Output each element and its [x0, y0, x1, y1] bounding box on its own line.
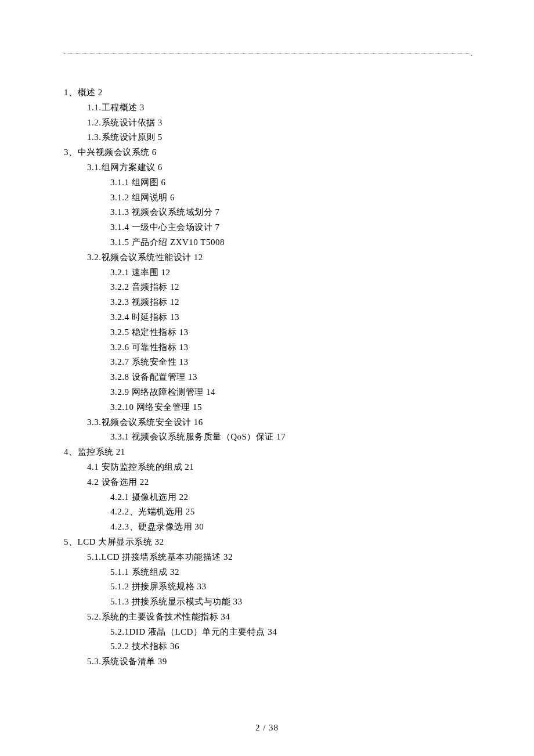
toc-entry: 3.2.视频会议系统性能设计 12 — [64, 250, 470, 265]
toc-entry: 3、中兴视频会议系统 6 — [64, 145, 470, 160]
toc-entry: 3.1.1 组网图 6 — [64, 175, 470, 190]
toc-entry: 3.2.8 设备配置管理 13 — [64, 370, 470, 385]
toc-entry: 5.3.系统设备清单 39 — [64, 654, 470, 669]
header-rule: . — [64, 53, 470, 54]
toc-entry: 1.3.系统设计原则 5 — [64, 130, 470, 145]
document-page: . 1、概述 21.1.工程概述 31.2.系统设计依据 31.3.系统设计原则… — [0, 0, 534, 669]
toc-entry: 3.3.1 视频会议系统服务质量（QoS）保证 17 — [64, 430, 470, 445]
toc-entry: 5.1.2 拼接屏系统规格 33 — [64, 579, 470, 595]
toc-entry: 3.2.7 系统安全性 13 — [64, 355, 470, 370]
toc-entry: 5.1.LCD 拼接墙系统基本功能描述 32 — [64, 550, 470, 565]
toc-entry: 3.1.4 一级中心主会场设计 7 — [64, 220, 470, 235]
toc-entry: 3.2.5 稳定性指标 13 — [64, 325, 470, 340]
toc-entry: 3.1.2 组网说明 6 — [64, 190, 470, 206]
toc-entry: 3.2.3 视频指标 12 — [64, 295, 470, 310]
toc-entry: 3.2.6 可靠性指标 13 — [64, 340, 470, 355]
toc-entry: 3.1.3 视频会议系统域划分 7 — [64, 205, 470, 220]
toc-entry: 1、概述 2 — [64, 85, 470, 100]
toc-entry: 4.2.2、光端机选用 25 — [64, 505, 470, 520]
toc-entry: 5.2.1DID 液晶（LCD）单元的主要特点 34 — [64, 625, 470, 640]
table-of-contents: 1、概述 21.1.工程概述 31.2.系统设计依据 31.3.系统设计原则 5… — [64, 85, 470, 669]
toc-entry: 4、监控系统 21 — [64, 445, 470, 460]
toc-entry: 3.2.2 音频指标 12 — [64, 280, 470, 295]
toc-entry: 1.1.工程概述 3 — [64, 100, 470, 116]
toc-entry: 5.1.3 拼接系统显示模式与功能 33 — [64, 595, 470, 610]
toc-entry: 5.1.1 系统组成 32 — [64, 565, 470, 580]
toc-entry: 4.2.3、硬盘录像选用 30 — [64, 520, 470, 535]
toc-entry: 5.2.系统的主要设备技术性能指标 34 — [64, 610, 470, 625]
toc-entry: 3.1.5 产品介绍 ZXV10 T5008 — [64, 235, 470, 250]
toc-entry: 4.2.1 摄像机选用 22 — [64, 490, 470, 505]
toc-entry: 3.2.4 时延指标 13 — [64, 310, 470, 325]
toc-entry: 3.2.10 网络安全管理 15 — [64, 400, 470, 415]
toc-entry: 3.1.组网方案建议 6 — [64, 160, 470, 175]
toc-entry: 3.2.9 网络故障检测管理 14 — [64, 385, 470, 400]
page-footer: 2 / 38 — [0, 723, 534, 733]
toc-entry: 5.2.2 技术指标 36 — [64, 639, 470, 654]
toc-entry: 3.3.视频会议系统安全设计 16 — [64, 415, 470, 430]
toc-entry: 1.2.系统设计依据 3 — [64, 116, 470, 131]
toc-entry: 3.2.1 速率围 12 — [64, 265, 470, 280]
toc-entry: 4.1 安防监控系统的组成 21 — [64, 460, 470, 475]
toc-entry: 5、LCD 大屏显示系统 32 — [64, 535, 470, 550]
toc-entry: 4.2 设备选用 22 — [64, 475, 470, 490]
header-dot: . — [471, 51, 473, 57]
